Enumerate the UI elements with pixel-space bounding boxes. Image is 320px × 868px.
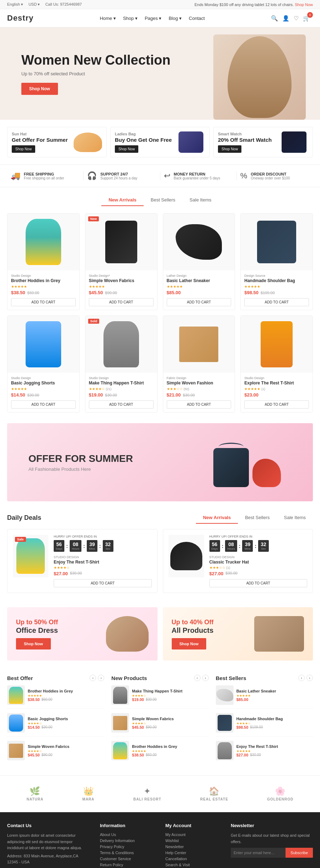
col-new-products-prev[interactable]: ‹ [194,675,201,681]
feature-discount-desc: Oneway order over $100 [251,176,290,180]
phone-number: Call Us: 9725446987 [45,2,82,7]
daily-deals-title: Daily Deals [7,514,41,522]
brand-logo-1: 🌿 NATURA [27,786,43,801]
cart-icon[interactable]: 🛒0 [303,15,313,22]
deal-content-0: HURRY UP! OFFER ENDS IN 56 Days : 08 Hou… [54,535,152,587]
product-image-7 [241,316,313,373]
mini-img-new-1 [111,713,129,733]
deals-tab-best[interactable]: Best Sellers [238,512,277,524]
footer-info-link-5[interactable]: Return Policy [100,863,155,867]
nav-blog[interactable]: Blog ▾ [169,16,182,21]
footer-info-link-4[interactable]: Customer Service [100,857,155,861]
footer-info-link-0[interactable]: About Us [100,832,155,837]
newsletter-subscribe-button[interactable]: Subscribe [286,848,313,858]
footer-info-link-2[interactable]: Privacy Policy [100,845,155,849]
footer-account-link-5[interactable]: Search & Visit [165,863,220,867]
product-image-5: Sold [85,316,157,373]
add-to-cart-7[interactable]: ADD TO CART [244,400,309,409]
wishlist-icon[interactable]: ♡ [294,15,299,22]
brand-name-1: NATURA [27,797,43,801]
three-col-section: Best Offer ‹ › Brother Hoddies in Grey ★… [0,668,320,775]
add-to-cart-1[interactable]: ADD TO CART [89,298,154,306]
tab-sale-items[interactable]: Sale Items [182,194,218,206]
product-card-0: Studio Design Brother Hoddies in Grey ★★… [7,213,80,310]
deal-add-to-cart-0[interactable]: ADD TO CART [54,579,152,587]
add-to-cart-5[interactable]: ADD TO CART [89,400,154,409]
product-brand-4: Studio Design [11,376,76,380]
price-new-1: $45.50 [89,290,103,295]
product-price-1: $45.50 $90.00 [89,290,154,295]
mini-stars-sellers-0: ★★★★★ [236,694,276,697]
promo-banner-office-image [106,616,149,652]
col-best-offer-prev[interactable]: ‹ [90,675,96,681]
deal-price-0: $27.00 $30.00 [54,571,152,576]
product-name-5: Make Thing Happen T-Shirt [89,381,154,386]
col-best-sellers-prev[interactable]: ‹ [298,675,305,681]
currency-selector[interactable]: USD ▾ [28,2,40,7]
summer-banner: OFFER FOR SUMMER All Fashionable Product… [7,423,313,501]
footer-info-link-3[interactable]: Terms & Conditions [100,851,155,855]
feature-support-title: SUPPORT 24/7 [100,172,137,176]
mini-product-new-1: Simple Woven Fabrics ★★★★☆ $45.50 $90.00 [111,713,208,737]
mini-stars-offer-2: ★★★★☆ [28,749,69,753]
product-info-1: Studio Design* Simple Woven Fabrics ★★★★… [85,270,157,310]
hero-subtitle: Up to 70% off selected Product [21,71,170,76]
footer-address: Address: 833 Main Avenue, Anyplace,CA 12… [7,853,89,866]
deals-tab-new[interactable]: New Arrivals [196,512,238,524]
footer-columns: Contact Us Lorem ipsum dolor sit amet co… [7,823,313,868]
add-to-cart-3[interactable]: ADD TO CART [244,298,309,306]
deals-tab-sale[interactable]: Sale Items [277,512,313,524]
promo-card-1-cta[interactable]: Shop Now [115,145,138,153]
timer-hours-0: 08 Hours [70,540,81,552]
deal-price-old-1: $30.00 [225,571,238,576]
promo-card-0-cta[interactable]: Shop Now [12,145,35,153]
promo-link[interactable]: Shop Now [295,2,313,7]
tab-best-sellers[interactable]: Best Sellers [144,194,182,206]
tab-new-arrivals[interactable]: New Arrivals [101,194,143,206]
footer-account-link-2[interactable]: Newsletter [165,845,220,849]
promo-cta-office[interactable]: Shop Now [16,638,51,649]
timer-sep-3: : [99,543,101,549]
nav-shop[interactable]: Shop ▾ [123,16,138,21]
brand-logo-5: 🌸 GOLDENROD [267,786,293,801]
nav-contact[interactable]: Contact [189,16,205,21]
product-grid: Studio Design Brother Hoddies in Grey ★★… [7,213,313,413]
footer-account-link-4[interactable]: Cancellation [165,857,220,861]
product-price-6: $21.00 $30.00 [167,392,231,398]
newsletter-email-input[interactable] [231,848,286,858]
col-new-products-next[interactable]: › [202,675,209,681]
hero-cta-button[interactable]: Shop Now [21,83,58,95]
deal-brand-0: Studio Design [54,555,152,559]
search-icon[interactable]: 🔍 [271,15,278,22]
user-icon[interactable]: 👤 [282,15,289,22]
brand-icon-2: 👑 [83,786,94,796]
col-best-sellers-next[interactable]: › [306,675,313,681]
promo-card-2-cta[interactable]: Shop Now [218,145,241,153]
language-selector[interactable]: English ▾ [7,2,23,7]
brand-name-4: REAL ESTATE [200,797,228,801]
footer-contact-title: Contact Us [7,823,89,828]
add-to-cart-0[interactable]: ADD TO CART [11,298,76,306]
nav-home[interactable]: Home ▾ [100,16,116,21]
col-best-offer-next[interactable]: › [98,675,104,681]
add-to-cart-6[interactable]: ADD TO CART [167,400,231,409]
product-name-0: Brother Hoddies in Grey [11,278,76,283]
add-to-cart-4[interactable]: ADD TO CART [11,400,76,409]
promo-cta-all[interactable]: Shop Now [172,638,207,649]
add-to-cart-2[interactable]: ADD TO CART [167,298,231,306]
footer-contact: Contact Us Lorem ipsum dolor sit amet co… [7,823,89,868]
site-logo[interactable]: Destry [7,14,33,23]
hero-image [213,27,306,120]
footer-account-link-1[interactable]: Wishlist [165,839,220,843]
nav-pages[interactable]: Pages ▾ [145,16,161,21]
footer-info-link-1[interactable]: Delivery Information [100,839,155,843]
footer-account-link-0[interactable]: My Account [165,832,220,837]
promo-card-0-content: Sun Hat Get Offer For Summer Shop Now [12,132,68,153]
feature-return-title: MONEY RETURN [174,172,220,176]
deal-add-to-cart-1[interactable]: ADD TO CART [209,579,308,587]
footer-newsletter-title: Newsletter [231,823,313,828]
deal-badge-0: Sale [15,537,26,542]
promo-card-1-title: Buy One Get One Free [115,137,172,143]
product-info-3: Design Source Handmade Shoulder Bag ★★★★… [241,270,313,310]
footer-account-link-3[interactable]: Help Center [165,851,220,855]
